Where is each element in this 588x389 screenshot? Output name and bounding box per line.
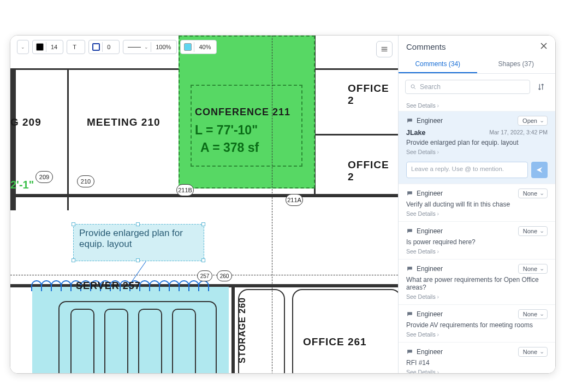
resize-handle[interactable] — [136, 222, 140, 226]
comment-text: Provide AV requirements for meeting room… — [406, 321, 548, 329]
room-office261: OFFICE 261 — [303, 336, 367, 348]
comment-date: Mar 17, 2022, 3:42 PM — [489, 129, 548, 137]
status-dropdown[interactable]: Open — [518, 116, 548, 126]
line-style-control[interactable]: ⌄ 100% — [123, 40, 177, 54]
hamburger-icon — [380, 45, 389, 54]
comment-item[interactable]: Engineer None Verify all ducting will fi… — [399, 184, 555, 221]
comment-text: Verify all ducting will fit in this chas… — [406, 201, 548, 208]
dim-left: 2'-1" — [10, 179, 34, 191]
room-storage260: STORAGE 260 — [237, 297, 247, 363]
office261-outline — [292, 289, 398, 373]
color-swatch-black — [36, 43, 44, 51]
tag-260: 260 — [217, 270, 232, 281]
stroke-control[interactable]: 0 — [88, 40, 120, 54]
formatting-toolbar: ⌄ 14 T 0 ⌄ 100% 4 — [17, 40, 220, 54]
dropdown-generic[interactable]: ⌄ — [17, 40, 29, 54]
see-details-link[interactable]: See Details — [406, 146, 548, 157]
annotation-note[interactable]: Provide enlarged plan for equip. layout — [73, 224, 204, 261]
fill-opacity-value: 40% — [195, 44, 214, 50]
room-office2b: OFFICE 2 — [348, 159, 398, 183]
comment-item[interactable]: Engineer None Is power required here? Se… — [399, 221, 555, 259]
status-dropdown[interactable]: None — [518, 226, 548, 236]
sort-button[interactable] — [533, 79, 549, 95]
sort-icon — [537, 82, 545, 91]
drawing-canvas[interactable]: ⌄ 14 T 0 ⌄ 100% 4 — [10, 36, 398, 373]
see-details-link[interactable]: See Details — [406, 208, 548, 219]
tag-209: 209 — [35, 171, 53, 183]
send-button[interactable] — [531, 162, 548, 178]
bg-dots-right — [561, 66, 587, 361]
comment-item[interactable]: Engineer None What are power requirement… — [399, 259, 555, 304]
fill-swatch — [184, 43, 192, 51]
app-window: ⌄ 14 T 0 ⌄ 100% 4 — [10, 35, 556, 374]
see-details-link[interactable]: See Details — [399, 100, 555, 111]
resize-handle[interactable] — [72, 222, 75, 226]
tag-210: 210 — [77, 175, 94, 187]
bg-dots-top — [202, 4, 573, 26]
resize-handle[interactable] — [201, 258, 205, 262]
stroke-width-value: 0 — [104, 44, 117, 50]
see-details-link[interactable]: See Details — [406, 291, 548, 302]
resize-handle[interactable] — [72, 258, 75, 262]
conference-length: L = 77'-10" — [195, 123, 258, 138]
status-dropdown[interactable]: None — [518, 188, 548, 198]
comment-item[interactable]: Engineer Open JLake Mar 17, 2022, 3:42 P… — [399, 111, 555, 160]
line-style-icon — [128, 47, 141, 48]
comment-icon — [406, 190, 413, 197]
status-dropdown[interactable]: None — [518, 264, 548, 274]
see-details-link[interactable]: See Details — [406, 329, 548, 340]
search-icon — [410, 84, 417, 90]
comment-text: Provide enlarged plan for equip. layout — [406, 139, 548, 146]
room-meeting210: MEETING 210 — [87, 116, 161, 128]
resize-handle[interactable] — [136, 258, 140, 262]
line-opacity-value: 100% — [152, 44, 174, 50]
comment-author: JLake — [406, 129, 425, 137]
close-button[interactable] — [540, 41, 548, 52]
comment-item[interactable]: Engineer None Provide AV requirements fo… — [399, 304, 555, 342]
reply-row: Leave a reply. Use @ to mention. — [399, 160, 555, 184]
font-size-value: 14 — [47, 44, 61, 50]
close-icon — [540, 42, 548, 50]
svg-point-0 — [411, 85, 414, 88]
comments-panel: Comments Comments (34) Shapes (37) Searc… — [398, 36, 555, 373]
comment-icon — [406, 117, 413, 125]
panel-tabs: Comments (34) Shapes (37) — [399, 56, 555, 74]
tag-211b: 211B — [176, 184, 194, 196]
menu-button[interactable] — [376, 41, 393, 57]
comment-item[interactable]: Engineer None RFI #14 See Details — [399, 342, 555, 374]
text-tool[interactable]: T — [67, 40, 85, 54]
room-server257: SERVER 257 — [76, 280, 141, 292]
resize-handle[interactable] — [201, 222, 205, 226]
stroke-swatch — [92, 43, 100, 51]
conference-area: A = 378 sf — [200, 140, 259, 155]
comment-text: RFI #14 — [406, 359, 548, 367]
comment-icon — [406, 266, 413, 273]
tag-257: 257 — [197, 270, 212, 281]
tab-shapes[interactable]: Shapes (37) — [477, 56, 556, 73]
comment-icon — [406, 228, 413, 235]
room-g209: G 209 — [10, 116, 41, 128]
search-placeholder: Search — [420, 83, 441, 91]
reply-input[interactable]: Leave a reply. Use @ to mention. — [406, 162, 528, 178]
room-office2a: OFFICE 2 — [348, 82, 398, 107]
fill-control[interactable]: 40% — [180, 40, 217, 54]
annotation-text: Provide enlarged plan for equip. layout — [79, 228, 183, 249]
font-color-control[interactable]: 14 — [32, 40, 63, 54]
comment-icon — [406, 311, 413, 318]
comment-text: Is power required here? — [406, 238, 548, 246]
comment-text: What are power requirements for Open Off… — [406, 276, 548, 291]
see-details-link[interactable]: See Details — [406, 367, 548, 374]
tab-comments[interactable]: Comments (34) — [399, 56, 477, 73]
status-dropdown[interactable]: None — [518, 347, 548, 357]
status-dropdown[interactable]: None — [518, 309, 548, 319]
comment-icon — [406, 349, 413, 356]
comment-role: Engineer — [406, 117, 443, 125]
send-icon — [536, 166, 543, 174]
tag-211a: 211A — [286, 194, 303, 206]
conference-label: CONFERENCE 211 — [195, 107, 290, 118]
panel-title: Comments — [406, 42, 446, 51]
see-details-link[interactable]: See Details — [406, 246, 548, 257]
search-input[interactable]: Search — [405, 80, 530, 94]
